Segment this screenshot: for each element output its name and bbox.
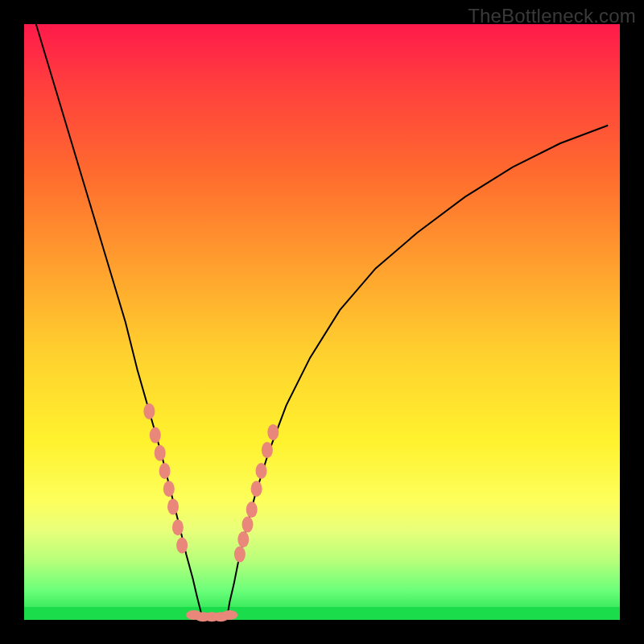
bead-marker [246,502,258,518]
bead-marker [251,481,262,497]
right-curve [227,126,609,620]
bead-marker [167,498,179,514]
bead-marker [176,538,188,554]
chart-svg [24,24,620,620]
bead-marker [155,445,166,461]
bead-marker [242,517,254,533]
bead-marker [267,424,279,440]
bead-marker [163,481,175,497]
bead-markers [143,403,279,621]
bead-marker [237,531,249,547]
bead-marker [172,519,184,535]
bead-marker [159,463,171,479]
bead-marker [262,442,273,458]
bead-marker [143,403,155,419]
bead-marker [256,463,267,479]
bead-marker [221,610,237,620]
bead-marker [234,547,246,563]
bead-marker [150,427,161,444]
